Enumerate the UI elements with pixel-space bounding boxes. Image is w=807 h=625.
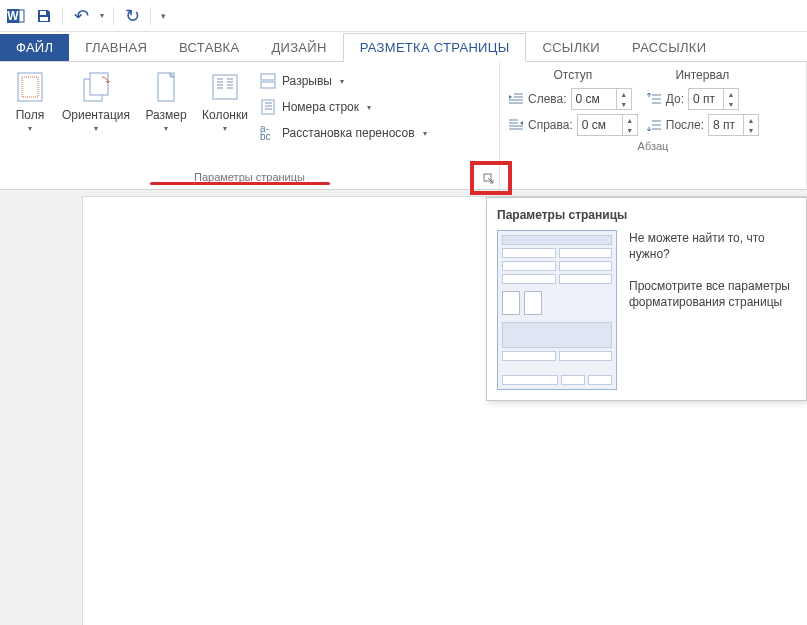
tab-design[interactable]: ДИЗАЙН bbox=[255, 34, 342, 61]
breaks-button[interactable]: Разрывы ▾ bbox=[256, 70, 431, 92]
quick-access-toolbar: W ↶ ▾ ↻ ▾ bbox=[0, 0, 807, 32]
qat-separator bbox=[150, 7, 151, 25]
qat-separator bbox=[113, 7, 114, 25]
hyphenation-label: Расстановка переносов bbox=[282, 126, 415, 140]
page-setup-tooltip: Параметры страницы Не можете найти то, ч… bbox=[486, 197, 807, 401]
spacing-before-label: До: bbox=[666, 92, 684, 106]
svg-rect-10 bbox=[213, 75, 237, 99]
tab-mailings[interactable]: РАССЫЛКИ bbox=[616, 34, 722, 61]
spinner-up-icon[interactable]: ▲ bbox=[617, 89, 631, 99]
spinner-down-icon[interactable]: ▼ bbox=[744, 125, 758, 135]
annotation-highlight-box bbox=[470, 161, 512, 195]
undo-icon[interactable]: ↶ bbox=[69, 4, 93, 28]
tooltip-line1: Не можете найти то, что нужно? bbox=[629, 230, 796, 262]
line-numbers-icon bbox=[260, 99, 276, 115]
chevron-down-icon: ▾ bbox=[164, 124, 168, 133]
tooltip-line2: Просмотрите все параметры форматирования… bbox=[629, 278, 796, 310]
tab-references[interactable]: ССЫЛКИ bbox=[526, 34, 616, 61]
indent-left-value[interactable] bbox=[572, 92, 616, 106]
svg-text:W: W bbox=[7, 9, 19, 23]
tab-file[interactable]: ФАЙЛ bbox=[0, 34, 69, 61]
chevron-down-icon: ▾ bbox=[28, 124, 32, 133]
chevron-down-icon: ▾ bbox=[367, 103, 371, 112]
svg-rect-20 bbox=[261, 82, 275, 88]
spinner-down-icon[interactable]: ▼ bbox=[724, 99, 738, 109]
paragraph-group-label: Абзац bbox=[500, 136, 806, 158]
tooltip-title: Параметры страницы bbox=[497, 208, 796, 222]
svg-rect-3 bbox=[40, 11, 46, 15]
tab-page-layout[interactable]: РАЗМЕТКА СТРАНИЦЫ bbox=[343, 33, 527, 62]
margins-icon bbox=[13, 70, 47, 104]
spacing-after-icon bbox=[646, 117, 662, 133]
spacing-after-input[interactable]: ▲▼ bbox=[708, 114, 759, 136]
annotation-underline bbox=[150, 182, 330, 185]
word-app-icon: W bbox=[4, 4, 28, 28]
orientation-label: Ориентация bbox=[62, 108, 130, 122]
tooltip-text: Не можете найти то, что нужно? Просмотри… bbox=[629, 230, 796, 390]
svg-rect-8 bbox=[90, 73, 108, 95]
group-page-setup: Поля ▾ Ориентация ▾ Размер ▾ bbox=[0, 62, 500, 189]
spacing-after-label: После: bbox=[666, 118, 704, 132]
hyphenation-icon: a-bc bbox=[260, 125, 276, 141]
spacing-before-input[interactable]: ▲▼ bbox=[688, 88, 739, 110]
line-numbers-button[interactable]: Номера строк ▾ bbox=[256, 96, 431, 118]
spinner-down-icon[interactable]: ▼ bbox=[623, 125, 637, 135]
indent-heading: Отступ bbox=[508, 68, 638, 82]
ribbon: Поля ▾ Ориентация ▾ Размер ▾ bbox=[0, 62, 807, 190]
undo-dropdown-icon[interactable]: ▾ bbox=[97, 4, 107, 28]
size-button[interactable]: Размер ▾ bbox=[138, 66, 194, 137]
orientation-icon bbox=[79, 70, 113, 104]
svg-rect-4 bbox=[40, 17, 48, 21]
svg-rect-2 bbox=[19, 10, 24, 22]
margins-label: Поля bbox=[16, 108, 45, 122]
indent-left-icon bbox=[508, 91, 524, 107]
columns-button[interactable]: Колонки ▾ bbox=[194, 66, 256, 137]
spinner-up-icon[interactable]: ▲ bbox=[724, 89, 738, 99]
qat-separator bbox=[62, 7, 63, 25]
breaks-icon bbox=[260, 73, 276, 89]
spacing-heading: Интервал bbox=[646, 68, 759, 82]
page-setup-group-label: Параметры страницы bbox=[0, 167, 499, 189]
breaks-label: Разрывы bbox=[282, 74, 332, 88]
tab-home[interactable]: ГЛАВНАЯ bbox=[69, 34, 163, 61]
save-icon[interactable] bbox=[32, 4, 56, 28]
spacing-before-icon bbox=[646, 91, 662, 107]
svg-rect-21 bbox=[262, 100, 274, 114]
chevron-down-icon: ▾ bbox=[223, 124, 227, 133]
columns-icon bbox=[208, 70, 242, 104]
redo-icon[interactable]: ↻ bbox=[120, 4, 144, 28]
indent-right-icon bbox=[508, 117, 524, 133]
spacing-after-value[interactable] bbox=[709, 118, 743, 132]
size-label: Размер bbox=[145, 108, 186, 122]
indent-right-label: Справа: bbox=[528, 118, 573, 132]
chevron-down-icon: ▾ bbox=[94, 124, 98, 133]
columns-label: Колонки bbox=[202, 108, 248, 122]
orientation-button[interactable]: Ориентация ▾ bbox=[54, 66, 138, 137]
tooltip-preview-image bbox=[497, 230, 617, 390]
spinner-up-icon[interactable]: ▲ bbox=[744, 115, 758, 125]
group-paragraph: Отступ Слева: ▲▼ Справа: ▲▼ bbox=[500, 62, 807, 189]
spinner-down-icon[interactable]: ▼ bbox=[617, 99, 631, 109]
indent-left-input[interactable]: ▲▼ bbox=[571, 88, 632, 110]
qat-customize-icon[interactable]: ▾ bbox=[157, 4, 169, 28]
indent-left-label: Слева: bbox=[528, 92, 567, 106]
chevron-down-icon: ▾ bbox=[340, 77, 344, 86]
line-numbers-label: Номера строк bbox=[282, 100, 359, 114]
size-icon bbox=[149, 70, 183, 104]
indent-right-input[interactable]: ▲▼ bbox=[577, 114, 638, 136]
margins-button[interactable]: Поля ▾ bbox=[6, 66, 54, 137]
ribbon-tabs: ФАЙЛ ГЛАВНАЯ ВСТАВКА ДИЗАЙН РАЗМЕТКА СТР… bbox=[0, 32, 807, 62]
spacing-before-value[interactable] bbox=[689, 92, 723, 106]
svg-rect-19 bbox=[261, 74, 275, 80]
tab-insert[interactable]: ВСТАВКА bbox=[163, 34, 255, 61]
hyphenation-button[interactable]: a-bc Расстановка переносов ▾ bbox=[256, 122, 431, 144]
spinner-up-icon[interactable]: ▲ bbox=[623, 115, 637, 125]
indent-right-value[interactable] bbox=[578, 118, 622, 132]
chevron-down-icon: ▾ bbox=[423, 129, 427, 138]
